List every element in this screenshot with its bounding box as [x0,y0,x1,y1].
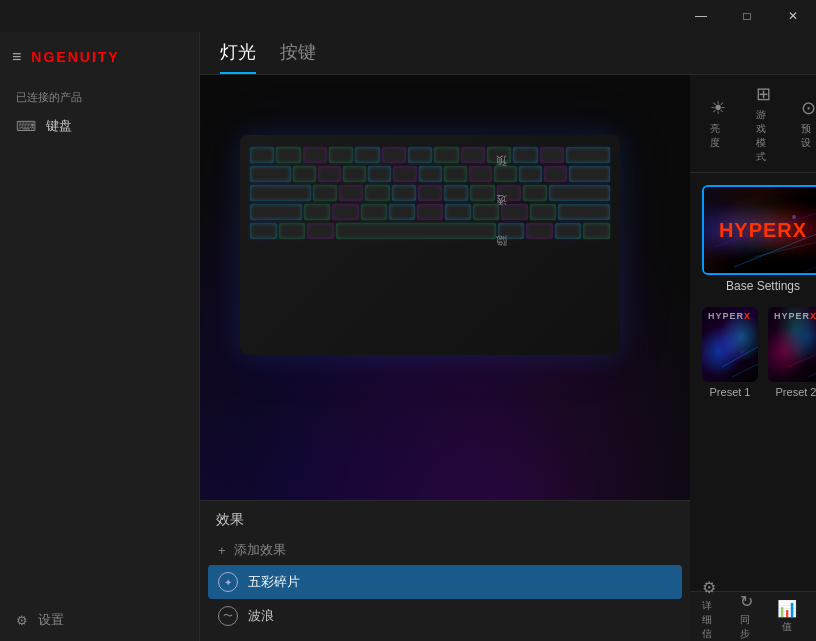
key [250,223,277,239]
brightness-button[interactable]: ☀ 亮度 [710,97,726,150]
svg-line-15 [808,337,816,377]
key [389,204,415,220]
effect-wave[interactable]: 〜 波浪 [208,599,682,633]
svg-point-13 [741,351,744,354]
key [418,185,442,201]
effect-confetti[interactable]: ✦ 五彩碎片 [208,565,682,599]
key [417,204,443,220]
close-button[interactable]: ✕ [770,0,816,32]
wave-icon: 〜 [218,606,238,626]
hyperx-logo: HYPERX [719,219,807,242]
confetti-icon: ✦ [218,572,238,592]
hamburger-icon[interactable]: ≡ [12,48,21,66]
svg-line-9 [722,322,758,367]
key [583,223,610,239]
add-icon: + [218,543,226,558]
tab-lights[interactable]: 灯光 [220,40,256,74]
content-area: 效果 + 添加效果 ✦ 五彩碎片 〜 波浪 [200,75,816,641]
preset-2-thumb[interactable]: HYPERX [768,307,816,382]
side-labels: 预 透 隐 [492,175,510,255]
key [250,147,274,163]
sync-label: 同步 [740,613,753,641]
value-label: 值 [782,620,792,634]
window-controls: — □ ✕ [678,0,816,32]
effect-confetti-label: 五彩碎片 [248,573,300,591]
game-mode-button[interactable]: ⊞ 游戏模式 [756,83,771,164]
details-button[interactable]: ⚙ 详细信息 [702,578,716,641]
key [544,166,567,182]
presets-icon: ⊙ [801,97,816,119]
key [329,147,353,163]
base-bg: HYPERX [704,187,816,273]
value-icon: 📊 [777,599,797,618]
brightness-icon: ☀ [710,97,726,119]
key [445,204,471,220]
key [318,166,341,182]
title-bar: — □ ✕ [0,0,816,32]
minimize-button[interactable]: — [678,0,724,32]
maximize-button[interactable]: □ [724,0,770,32]
key [519,166,542,182]
sidebar: ≡ NGENUITY 已连接的产品 ⌨ 键盘 ⚙ 设置 [0,32,200,641]
preset-row: HYPERX Preset 1 [702,307,816,402]
preset-1-label: Preset 1 [702,382,758,402]
key [444,166,467,182]
preset-2-logo: HYPERX [774,311,816,321]
settings-item[interactable]: ⚙ 设置 [0,599,199,641]
value-button[interactable]: 📊 值 [777,599,797,634]
hyperx-text: HYPER [719,219,793,241]
sync-icon: ↻ [740,592,753,611]
main-content: 灯光 按键 [200,32,816,641]
presets-button[interactable]: ⊙ 预设 [801,97,816,150]
keyboard-preview: 效果 + 添加效果 ✦ 五彩碎片 〜 波浪 [200,75,690,641]
details-label: 详细信息 [702,599,716,641]
key [393,166,416,182]
key [361,204,387,220]
key [419,166,442,182]
add-label: 添加效果 [234,541,286,559]
settings-icon: ⚙ [16,613,28,628]
settings-label: 设置 [38,611,64,629]
keyboard-body [240,135,620,355]
key [513,147,537,163]
toolbar-top: ☀ 亮度 ⊞ 游戏模式 ⊙ 预设 [690,75,816,173]
bottom-toolbar: ⚙ 详细信息 ↻ 同步 📊 值 💬 什么值得买 [690,591,816,641]
key [569,166,610,182]
svg-line-14 [788,327,816,367]
key [276,147,300,163]
preset-card-2: HYPERX Preset 2 [768,307,816,402]
key [408,147,432,163]
effects-list: + 添加效果 ✦ 五彩碎片 〜 波浪 [200,535,690,641]
preset-2-label: Preset 2 [768,382,816,402]
key-rows [240,135,620,251]
key [332,204,358,220]
preset-card-1: HYPERX Preset 1 [702,307,758,402]
keyboard-visual [240,135,620,355]
key [365,185,389,201]
key [549,185,610,201]
base-settings-thumb[interactable]: HYPERX [702,185,816,275]
sidebar-section-title: 已连接的产品 [0,82,199,109]
key [355,147,379,163]
right-panel: ☀ 亮度 ⊞ 游戏模式 ⊙ 预设 [690,75,816,641]
tab-keys[interactable]: 按键 [280,40,316,74]
key [530,204,556,220]
add-effect-button[interactable]: + 添加效果 [208,535,682,565]
sidebar-item-keyboard[interactable]: ⌨ 键盘 [0,109,199,143]
key-space [336,223,496,239]
key [303,147,327,163]
presets-label: 预设 [801,122,816,150]
key [392,185,416,201]
key [523,185,547,201]
sync-button[interactable]: ↻ 同步 [740,592,753,641]
keyboard-icon: ⌨ [16,118,36,134]
key [558,204,610,220]
key [487,147,511,163]
key [540,147,564,163]
sidebar-header: ≡ NGENUITY [0,32,199,82]
base-settings-card: HYPERX Base Settings [702,185,816,297]
key [250,166,291,182]
game-mode-icon: ⊞ [756,83,771,105]
preset-1-thumb[interactable]: HYPERX [702,307,758,382]
key [382,147,406,163]
